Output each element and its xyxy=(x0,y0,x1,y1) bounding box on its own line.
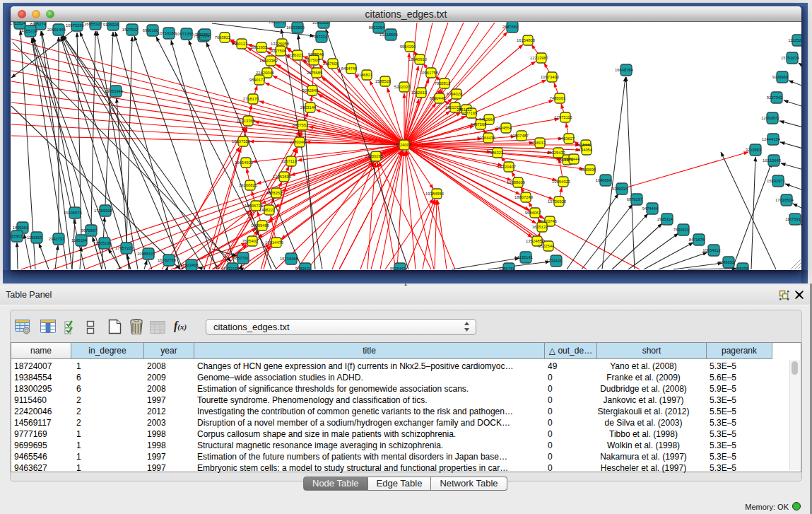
svg-text:16154808: 16154808 xyxy=(517,38,535,42)
svg-text:8471676: 8471676 xyxy=(689,238,705,242)
svg-text:13524851: 13524851 xyxy=(526,239,544,243)
svg-text:9975867: 9975867 xyxy=(81,228,98,233)
svg-text:7485063: 7485063 xyxy=(550,96,566,100)
svg-text:9275546: 9275546 xyxy=(308,52,324,57)
svg-text:10719186: 10719186 xyxy=(158,31,176,35)
svg-text:18132105: 18132105 xyxy=(221,267,240,270)
svg-text:10961758: 10961758 xyxy=(420,71,438,75)
svg-text:7462664: 7462664 xyxy=(479,117,495,122)
svg-text:16543382: 16543382 xyxy=(259,59,278,63)
svg-text:1498222: 1498222 xyxy=(259,208,276,212)
svg-text:19654923: 19654923 xyxy=(552,180,570,184)
svg-text:9227342: 9227342 xyxy=(767,95,783,100)
svg-text:3267110: 3267110 xyxy=(281,159,297,163)
svg-text:14136141: 14136141 xyxy=(514,255,533,259)
svg-text:8678352: 8678352 xyxy=(266,191,283,195)
svg-text:19166825: 19166825 xyxy=(239,183,257,187)
svg-text:15692971: 15692971 xyxy=(767,179,785,183)
svg-text:1588520: 1588520 xyxy=(375,79,392,83)
svg-text:22420046: 22420046 xyxy=(256,71,274,75)
svg-text:17016504: 17016504 xyxy=(775,198,794,202)
svg-text:1145194: 1145194 xyxy=(71,238,88,243)
svg-text:12213369: 12213369 xyxy=(237,119,255,123)
svg-text:6966160: 6966160 xyxy=(143,28,159,33)
svg-text:3915901: 3915901 xyxy=(11,234,23,238)
svg-text:7357224: 7357224 xyxy=(312,35,328,39)
svg-text:19756928: 19756928 xyxy=(548,199,566,204)
svg-text:8990448: 8990448 xyxy=(430,96,446,100)
svg-text:8960123: 8960123 xyxy=(232,42,248,46)
svg-text:10973493: 10973493 xyxy=(541,75,559,79)
svg-text:13226058: 13226058 xyxy=(271,42,289,46)
svg-text:19384554: 19384554 xyxy=(425,192,445,196)
svg-text:9242848: 9242848 xyxy=(302,88,319,93)
svg-text:2942737: 2942737 xyxy=(49,237,65,241)
svg-text:9146821: 9146821 xyxy=(357,73,373,77)
svg-text:16914479: 16914479 xyxy=(265,240,283,245)
svg-text:1362615: 1362615 xyxy=(411,90,428,95)
svg-text:9329966: 9329966 xyxy=(772,75,789,79)
svg-text:7551552: 7551552 xyxy=(195,33,211,37)
svg-text:1167531: 1167531 xyxy=(785,217,801,221)
svg-text:17957223: 17957223 xyxy=(115,246,134,250)
svg-text:20364436: 20364436 xyxy=(477,136,495,140)
svg-text:12213967: 12213967 xyxy=(530,56,548,60)
svg-text:9245652: 9245652 xyxy=(719,260,735,264)
svg-text:9684067: 9684067 xyxy=(525,211,541,215)
svg-text:12444154: 12444154 xyxy=(762,137,781,141)
svg-text:18640910: 18640910 xyxy=(408,57,427,62)
svg-text:10654112: 10654112 xyxy=(702,248,720,252)
svg-text:2718170: 2718170 xyxy=(243,97,259,101)
svg-text:7955812: 7955812 xyxy=(435,81,451,86)
svg-text:9327508: 9327508 xyxy=(304,58,320,62)
svg-text:10671355: 10671355 xyxy=(175,32,194,36)
svg-text:1156829: 1156829 xyxy=(27,235,42,240)
svg-text:1640954: 1640954 xyxy=(596,178,612,182)
svg-text:2935114: 2935114 xyxy=(657,217,673,221)
svg-text:7986322: 7986322 xyxy=(488,151,504,155)
svg-text:10970290: 10970290 xyxy=(66,23,84,28)
svg-text:9549444: 9549444 xyxy=(564,157,580,161)
svg-text:14099489: 14099489 xyxy=(251,223,269,228)
svg-text:9890172: 9890172 xyxy=(249,78,266,82)
svg-text:1615132: 1615132 xyxy=(532,225,548,229)
svg-text:7663822: 7663822 xyxy=(215,35,231,40)
svg-text:12975115: 12975115 xyxy=(554,115,572,119)
svg-text:9389234: 9389234 xyxy=(612,187,628,191)
svg-text:5322037: 5322037 xyxy=(394,85,411,89)
svg-text:9463627: 9463627 xyxy=(559,136,575,141)
svg-text:18724007: 18724007 xyxy=(393,143,411,147)
svg-text:7632621: 7632621 xyxy=(673,228,690,232)
svg-text:1527602: 1527602 xyxy=(122,28,139,32)
svg-text:3875685: 3875685 xyxy=(307,71,323,75)
svg-text:1134054: 1134054 xyxy=(577,148,593,152)
svg-text:7625402: 7625402 xyxy=(242,239,259,243)
svg-text:19951717: 19951717 xyxy=(269,22,287,24)
svg-text:9515440: 9515440 xyxy=(576,143,592,147)
svg-text:15716465: 15716465 xyxy=(280,257,298,261)
svg-text:20206576: 20206576 xyxy=(64,211,82,215)
svg-text:8427552: 8427552 xyxy=(293,123,309,127)
svg-text:15751074: 15751074 xyxy=(781,56,800,60)
svg-text:10653267: 10653267 xyxy=(312,22,331,25)
svg-text:9554190: 9554190 xyxy=(400,45,416,49)
svg-text:19654925: 19654925 xyxy=(235,160,253,165)
svg-text:8186323: 8186323 xyxy=(288,53,304,57)
svg-text:2803144: 2803144 xyxy=(300,105,317,110)
svg-text:9857791: 9857791 xyxy=(233,256,249,260)
svg-text:16648784: 16648784 xyxy=(615,68,634,72)
svg-text:24055724: 24055724 xyxy=(19,29,38,33)
svg-text:16033809: 16033809 xyxy=(286,25,305,30)
svg-text:9515441: 9515441 xyxy=(390,267,406,270)
svg-text:6879197: 6879197 xyxy=(627,197,643,201)
svg-text:2967608: 2967608 xyxy=(323,62,339,66)
svg-text:8135274: 8135274 xyxy=(30,22,47,26)
svg-text:9699695: 9699695 xyxy=(580,168,596,172)
svg-text:2170046: 2170046 xyxy=(290,140,306,144)
svg-text:18807249: 18807249 xyxy=(514,195,533,199)
svg-text:6216013: 6216013 xyxy=(530,141,546,145)
svg-text:9105926: 9105926 xyxy=(103,23,119,27)
svg-text:10958107: 10958107 xyxy=(137,252,155,256)
svg-text:19218506: 19218506 xyxy=(379,33,398,37)
svg-text:10025433: 10025433 xyxy=(547,151,565,155)
